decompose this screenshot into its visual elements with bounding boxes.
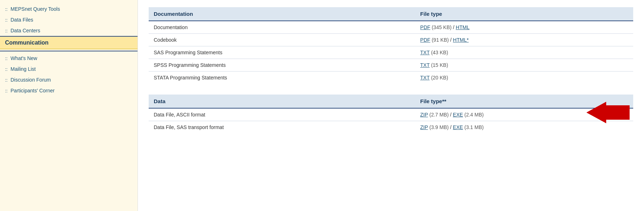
- sidebar-item-whats-new[interactable]: ::What's New: [0, 53, 138, 64]
- sidebar-item-label: MEPSnet Query Tools: [10, 6, 60, 12]
- sidebar-item-label: Discussion Forum: [10, 77, 51, 83]
- data-arrow-cell: [561, 108, 633, 121]
- data-col1-header: Data: [149, 95, 415, 108]
- data-file-type: ZIP (2.7 MB) / EXE (2.4 MB): [415, 108, 561, 121]
- file-link[interactable]: PDF: [420, 37, 430, 43]
- file-size: (3.1 MB): [463, 124, 484, 130]
- doc-label: STATA Programming Statements: [149, 72, 415, 84]
- bullet-icon: ::: [5, 88, 8, 93]
- file-size: (2.7 MB): [428, 112, 449, 118]
- svg-marker-0: [586, 102, 630, 123]
- bullet-icon: ::: [5, 17, 8, 23]
- data-label: Data File, ASCII format: [149, 108, 415, 121]
- doc-label: SPSS Programming Statements: [149, 59, 415, 72]
- doc-file-type: TXT (43 KB): [415, 46, 633, 59]
- file-size: (91 KB): [430, 37, 449, 43]
- bullet-icon: ::: [5, 28, 8, 33]
- file-link[interactable]: EXE: [453, 124, 463, 130]
- file-link[interactable]: HTML*: [453, 37, 469, 43]
- file-link[interactable]: TXT: [420, 50, 429, 55]
- file-size: (3.9 MB): [428, 124, 449, 130]
- table-row: Data File, SAS transport formatZIP (3.9 …: [149, 121, 633, 134]
- sidebar-item-mailing-list[interactable]: ::Mailing List: [0, 64, 138, 74]
- file-link[interactable]: HTML: [456, 24, 469, 30]
- file-link[interactable]: EXE: [453, 112, 463, 118]
- table-row: SPSS Programming StatementsTXT (15 KB): [149, 59, 633, 72]
- docs-col2-header: File type: [415, 7, 633, 21]
- red-arrow-icon: [586, 102, 630, 123]
- bullet-icon: ::: [5, 66, 8, 72]
- docs-col1-header: Documentation: [149, 7, 415, 21]
- file-size: (345 KB): [430, 24, 451, 30]
- table-row: STATA Programming StatementsTXT (20 KB): [149, 72, 633, 84]
- data-table: Data File type** Data File, ASCII format…: [149, 95, 633, 133]
- file-link[interactable]: TXT: [420, 62, 429, 68]
- bullet-icon: ::: [5, 56, 8, 61]
- file-link[interactable]: ZIP: [420, 124, 428, 130]
- doc-file-type: TXT (20 KB): [415, 72, 633, 84]
- sidebar-item-label: Data Files: [10, 17, 33, 23]
- file-link[interactable]: TXT: [420, 75, 429, 81]
- data-file-type: ZIP (3.9 MB) / EXE (3.1 MB): [415, 121, 561, 134]
- doc-file-type: TXT (15 KB): [415, 59, 633, 72]
- sidebar-item-data-files[interactable]: ::Data Files: [0, 14, 138, 25]
- doc-label: SAS Programming Statements: [149, 46, 415, 59]
- table-row: CodebookPDF (91 KB) / HTML*: [149, 34, 633, 46]
- file-size: (20 KB): [430, 75, 448, 81]
- sidebar-item-label: What's New: [10, 55, 37, 61]
- file-size: (2.4 MB): [463, 112, 484, 118]
- sidebar-divider: [0, 51, 138, 51]
- sidebar-item-label: Participants' Corner: [10, 88, 55, 93]
- sidebar-item-label: Mailing List: [10, 66, 36, 72]
- file-size: (15 KB): [430, 62, 448, 68]
- sidebar-item-participants-corner[interactable]: ::Participants' Corner: [0, 85, 138, 96]
- doc-file-type: PDF (91 KB) / HTML*: [415, 34, 633, 46]
- sidebar-section-communication: Communication: [0, 36, 138, 49]
- sidebar: ::MEPSnet Query Tools::Data Files::Data …: [0, 0, 138, 211]
- main-content: Documentation File type DocumentationPDF…: [138, 0, 644, 211]
- table-row: SAS Programming StatementsTXT (43 KB): [149, 46, 633, 59]
- file-link[interactable]: ZIP: [420, 112, 428, 118]
- file-link[interactable]: PDF: [420, 24, 430, 30]
- file-size: (43 KB): [430, 50, 448, 55]
- sidebar-item-label: Data Centers: [10, 28, 40, 33]
- bullet-icon: ::: [5, 6, 8, 12]
- table-row: Data File, ASCII formatZIP (2.7 MB) / EX…: [149, 108, 633, 121]
- doc-label: Documentation: [149, 21, 415, 34]
- bullet-icon: ::: [5, 77, 8, 83]
- sidebar-item-discussion-forum[interactable]: ::Discussion Forum: [0, 74, 138, 85]
- table-row: DocumentationPDF (345 KB) / HTML: [149, 21, 633, 34]
- sidebar-item-data-centers[interactable]: ::Data Centers: [0, 25, 138, 36]
- page-layout: ::MEPSnet Query Tools::Data Files::Data …: [0, 0, 644, 211]
- sidebar-item-mepsnet-query-tools[interactable]: ::MEPSnet Query Tools: [0, 4, 138, 14]
- data-arrow-cell: [561, 121, 633, 134]
- documentation-table: Documentation File type DocumentationPDF…: [149, 7, 633, 84]
- doc-label: Codebook: [149, 34, 415, 46]
- doc-file-type: PDF (345 KB) / HTML: [415, 21, 633, 34]
- data-col2-header: File type**: [415, 95, 561, 108]
- data-label: Data File, SAS transport format: [149, 121, 415, 134]
